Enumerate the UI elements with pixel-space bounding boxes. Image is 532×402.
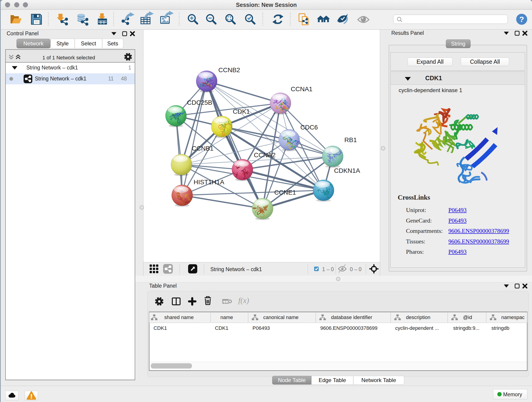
svg-text:CDK1: CDK1 xyxy=(233,108,250,115)
svg-text:CCNA1: CCNA1 xyxy=(291,85,312,93)
svg-text:RB1: RB1 xyxy=(344,136,357,143)
svg-text:CDKN1A: CDKN1A xyxy=(334,167,360,174)
svg-text:CDC25B: CDC25B xyxy=(187,99,212,106)
svg-text:HIST1H1A: HIST1H1A xyxy=(194,179,224,186)
svg-text:CCNA2: CCNA2 xyxy=(254,152,276,159)
svg-text:CCNE1: CCNE1 xyxy=(274,189,296,196)
svg-text:CDC6: CDC6 xyxy=(300,124,318,131)
svg-text:CCNB1: CCNB1 xyxy=(192,145,214,152)
svg-text:CCNB2: CCNB2 xyxy=(218,66,240,74)
